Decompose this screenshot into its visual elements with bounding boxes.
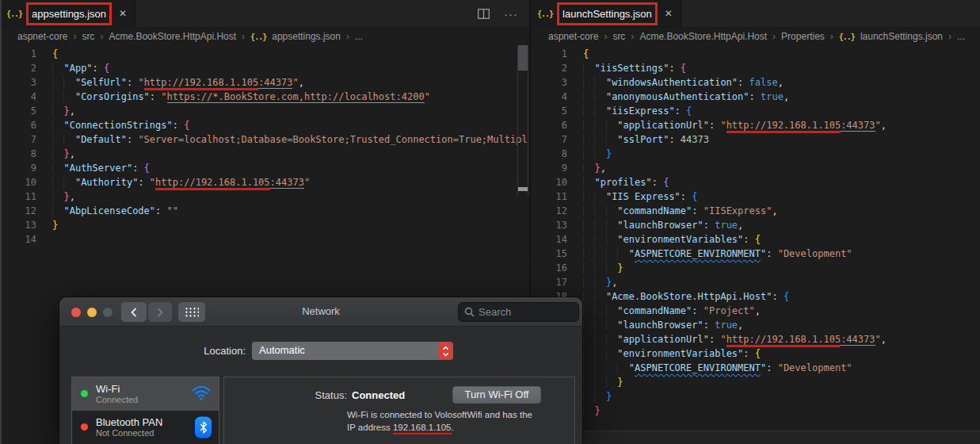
- code-token: ": [629, 248, 635, 259]
- code-token: "": [167, 205, 178, 216]
- code-line: 13 "launchBrowser": true,: [531, 218, 980, 232]
- code-token: "App": [63, 63, 92, 74]
- code-token: :44373: [258, 77, 292, 89]
- code-token: [583, 177, 594, 188]
- code-line: 14 "environmentVariables": {: [531, 232, 980, 247]
- line-number: 12: [531, 204, 567, 218]
- close-icon[interactable]: ✕: [665, 8, 673, 19]
- code-token: :: [743, 234, 754, 245]
- code-editor[interactable]: 1{2 "iisSettings": {3 "windowsAuthentica…: [531, 45, 980, 444]
- code-token: [52, 191, 63, 202]
- breadcrumb-item[interactable]: Acme.BookStore.HttpApi.Host: [639, 31, 767, 42]
- code-token: }: [594, 163, 600, 174]
- breadcrumb[interactable]: aspnet-core›src›Acme.BookStore.HttpApi.H…: [0, 28, 529, 45]
- code-token: ,: [70, 105, 75, 117]
- code-token: :: [743, 348, 754, 359]
- status-dot-red: [81, 423, 88, 431]
- breadcrumb-item[interactable]: launchSettings.json: [860, 31, 943, 42]
- back-button[interactable]: [121, 302, 147, 322]
- code-token: "IISExpress": [704, 205, 772, 216]
- code-token: [583, 63, 594, 74]
- breadcrumb-item[interactable]: Properties: [781, 31, 825, 42]
- chevron-right-icon: ›: [100, 31, 103, 42]
- tab-bar-right: {..} launchSettings.json ✕: [531, 0, 980, 28]
- code-token: :: [138, 177, 149, 188]
- code-line: 4 "CorsOrigins": "https://*.BookStore.co…: [0, 90, 529, 104]
- code-token: "environmentVariables": [617, 348, 743, 359]
- code-token: :: [766, 248, 777, 259]
- forward-button[interactable]: [148, 302, 172, 322]
- service-row-bluetooth-pan[interactable]: Bluetooth PANNot Connected: [72, 411, 219, 444]
- breadcrumb-item[interactable]: aspnet-core: [548, 31, 598, 42]
- code-line: 13}: [0, 218, 529, 232]
- code-line-text: "Authority": "http://192.168.1.105:44373…: [52, 177, 310, 188]
- line-number: 13: [0, 218, 36, 232]
- code-token: true: [715, 220, 738, 231]
- code-token: ": [292, 77, 298, 88]
- code-line: 5 },: [0, 104, 529, 118]
- code-line: 10 "profiles": {: [531, 175, 980, 189]
- line-number: 2: [0, 61, 36, 75]
- code-line-text: },: [52, 105, 75, 117]
- code-token: {: [755, 348, 761, 359]
- code-token: ,: [738, 220, 743, 231]
- service-row-wi-fi[interactable]: Wi-FiConnected: [72, 377, 219, 411]
- code-token: :: [681, 191, 692, 202]
- minimize-traffic-light[interactable]: [87, 308, 97, 317]
- breadcrumb-item[interactable]: Acme.BookStore.HttpApi.Host: [109, 31, 236, 42]
- breadcrumb-item[interactable]: src: [82, 31, 94, 42]
- code-token: [583, 120, 617, 131]
- description-line2: IP address 192.168.1.105.: [347, 421, 553, 434]
- code-line-text: "launchBrowser": true,: [583, 320, 743, 331]
- code-token: 44373: [681, 134, 709, 145]
- tab-appsettings[interactable]: {..} appsettings.json ✕: [0, 0, 135, 27]
- turn-wifi-off-button[interactable]: Turn Wi-Fi Off: [452, 386, 541, 404]
- code-line: 14: [0, 232, 529, 247]
- chevron-right-icon: ›: [73, 31, 76, 42]
- scrollbar-thumb[interactable]: [518, 45, 528, 71]
- tab-launchsettings[interactable]: {..} launchSettings.json ✕: [531, 0, 681, 27]
- code-line: 3 "SelfUrl": "http://192.168.1.105:44373…: [0, 75, 529, 90]
- service-text: Wi-FiConnected: [96, 383, 138, 405]
- code-token: :: [692, 205, 703, 216]
- window-titlebar[interactable]: Network Search: [59, 297, 582, 327]
- breadcrumb-item[interactable]: ...: [957, 31, 965, 42]
- code-token: {: [755, 234, 761, 245]
- code-token: true: [715, 320, 738, 331]
- code-line: 22 "environmentVariables": {: [531, 346, 980, 361]
- code-line-text: },: [583, 277, 617, 288]
- chevron-right-icon: ›: [242, 31, 245, 42]
- code-line: 11 },: [0, 189, 529, 204]
- bluetooth-icon: [195, 417, 212, 438]
- more-actions-icon[interactable]: ···: [504, 7, 518, 21]
- code-token: :: [704, 320, 715, 331]
- code-line: 10 "Authority": "http://192.168.1.105:44…: [0, 175, 529, 189]
- bluetooth-icon: [195, 417, 212, 438]
- code-line-text: "sslPort": 44373: [583, 134, 709, 145]
- code-token: [583, 291, 606, 302]
- code-line: 24 }: [531, 375, 980, 389]
- split-editor-icon[interactable]: [478, 9, 490, 19]
- breadcrumb-item[interactable]: aspnet-core: [17, 31, 67, 42]
- code-token: [583, 105, 606, 117]
- dropdown-stepper-icon[interactable]: [439, 343, 452, 359]
- location-dropdown[interactable]: Automatic: [252, 342, 453, 360]
- show-all-button[interactable]: [178, 302, 205, 322]
- network-services-list: Wi-FiConnectedBluetooth PANNot Connected: [71, 377, 219, 444]
- code-line: 8 }: [531, 147, 980, 161]
- breadcrumb[interactable]: aspnet-core›src›Acme.BookStore.HttpApi.H…: [531, 28, 980, 45]
- line-number: 4: [0, 90, 36, 104]
- close-traffic-light[interactable]: [71, 308, 81, 317]
- code-token: }: [63, 148, 69, 159]
- breadcrumb-item[interactable]: ...: [355, 31, 363, 42]
- breadcrumb-item[interactable]: src: [612, 31, 625, 42]
- code-line-text: }: [583, 391, 612, 402]
- code-token: "AuthServer": [63, 163, 132, 174]
- close-icon[interactable]: ✕: [119, 8, 127, 19]
- code-line: 9 },: [531, 161, 980, 175]
- breadcrumb-item[interactable]: appsettings.json: [272, 31, 341, 42]
- code-line: 11 "IIS Express": {: [531, 189, 980, 204]
- zoom-traffic-light: [103, 308, 112, 317]
- search-field[interactable]: Search: [458, 302, 579, 322]
- code-token: [583, 262, 617, 274]
